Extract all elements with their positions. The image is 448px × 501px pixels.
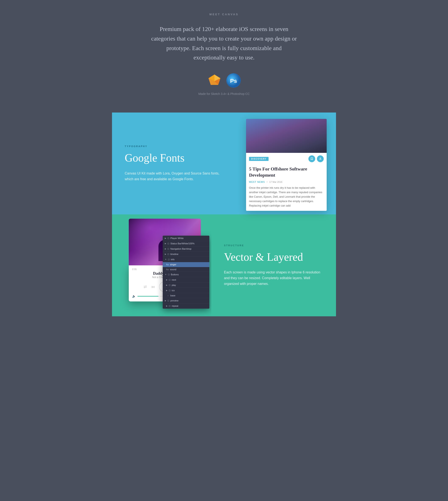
layer-group-icon: □	[169, 278, 170, 281]
layer-arrow-icon: ▶	[165, 253, 166, 255]
layers-panel: ▶ □ Player White ▶ □ Status Bar/White/10…	[163, 236, 209, 309]
layer-arrow-icon: ▶	[165, 248, 166, 250]
layer-arrow-icon: ▶	[165, 300, 166, 302]
structure-section: 2:31 Daddy Yankee Not a Crime (No es I..…	[112, 214, 336, 316]
card-icons	[308, 155, 324, 162]
structure-heading: Vector & Layered	[224, 251, 323, 263]
progress-bar-fill	[137, 296, 159, 297]
layer-label: play	[172, 284, 176, 286]
layer-arrow-icon: ▶	[165, 242, 166, 245]
prev-icon[interactable]: ⏮	[151, 285, 155, 289]
typography-right: DISCOVERY 5 Tips For Offshore Soft	[237, 113, 336, 214]
photoshop-logo-icon: Ps	[226, 73, 241, 88]
card-title: 5 Tips For Offshore Software Development	[249, 166, 324, 178]
layer-group-icon: □	[168, 273, 170, 276]
card-meta: WEST NEWS 17 Mar 2016	[249, 181, 324, 183]
card-dot	[267, 182, 268, 182]
card-date: 17 Mar 2016	[269, 181, 282, 183]
layer-label: next	[172, 279, 176, 281]
layer-item-info[interactable]: ▼ □ info	[163, 257, 209, 262]
layer-label: sound	[170, 268, 176, 271]
layer-label: base	[170, 294, 176, 297]
text-type-icon: Aa	[166, 264, 169, 266]
layer-item-preview[interactable]: ▶ □ preview	[163, 298, 209, 303]
card-content: 5 Tips For Offshore Software Development…	[246, 165, 327, 211]
text-type-icon: Aa	[166, 268, 169, 271]
layer-label: preview	[170, 299, 178, 302]
layer-group-icon: □	[168, 299, 169, 302]
discovery-badge: DISCOVERY	[249, 157, 269, 161]
layer-item-navbar[interactable]: ▶ □ Navigation Bar/shop	[163, 246, 209, 251]
layer-item-next[interactable]: ▶ □ next	[163, 277, 209, 283]
card-excerpt: Once the printer ink runs dry it has to …	[249, 186, 324, 208]
bookmark-button[interactable]	[308, 155, 315, 162]
layer-item-sound[interactable]: Aa sound	[163, 267, 209, 272]
layer-label: Buttons	[171, 273, 179, 276]
layer-arrow-icon: ▶	[166, 279, 168, 281]
sketch-logo-icon	[207, 73, 222, 88]
layer-item-buttons[interactable]: ▼ □ Buttons	[163, 272, 209, 277]
layer-label: ico	[172, 289, 175, 292]
player-container: 2:31 Daddy Yankee Not a Crime (No es I..…	[129, 219, 201, 301]
layer-label: Navigation Bar/shop	[170, 248, 191, 250]
layer-arrow-icon: ▶	[165, 237, 166, 239]
layer-group-icon: □	[168, 247, 169, 250]
typography-section: TYPOGRAPHY Google Fonts Canvas UI Kit ma…	[112, 113, 336, 214]
hero-description: Premium pack of 120+ elaborate iOS scree…	[150, 24, 298, 62]
layer-label: info	[171, 258, 175, 261]
layer-item-play[interactable]: ▶ □ play	[163, 283, 209, 288]
layer-label: Status Bar/White/100%	[170, 242, 194, 245]
layer-arrow-icon: ▶	[166, 305, 168, 307]
svg-text:Ps: Ps	[230, 78, 237, 84]
structure-eyebrow: STRUCTURE	[224, 244, 323, 247]
structure-right: STRUCTURE Vector & Layered Each screen i…	[211, 214, 336, 316]
logos-row: Ps	[120, 73, 328, 88]
hero-eyebrow: MEET CANVAS	[120, 13, 328, 16]
layer-group-icon: □	[168, 253, 169, 256]
made-for-text: Made for Sketch 3.4+ & Photoshop CC	[120, 92, 328, 96]
card-badge-row: DISCOVERY	[246, 153, 327, 165]
typography-body: Canvas UI Kit made with Lora, Oxygen and…	[125, 170, 224, 182]
typography-eyebrow: TYPOGRAPHY	[125, 145, 224, 148]
card-image-overlay	[246, 119, 327, 153]
layer-item-base[interactable]: ○ base	[163, 293, 209, 298]
volume-icon: 🔈	[132, 294, 136, 298]
layer-item-statusbar[interactable]: ▶ □ Status Bar/White/100%	[163, 241, 209, 246]
structure-left: 2:31 Daddy Yankee Not a Crime (No es I..…	[112, 214, 211, 316]
layer-group-icon: □	[168, 258, 170, 261]
share-button[interactable]	[317, 155, 324, 162]
article-card: DISCOVERY 5 Tips For Offshore Soft	[246, 119, 327, 211]
layer-item-singer[interactable]: Aa singer	[163, 262, 209, 267]
oval-icon: ○	[167, 294, 169, 297]
layer-label: repeat	[172, 305, 178, 307]
layer-group-icon: □	[169, 289, 170, 292]
layer-item-timeline[interactable]: ▶ □ timeline	[163, 251, 209, 257]
layer-label: timeline	[170, 253, 178, 255]
hero-section: MEET CANVAS Premium pack of 120+ elabora…	[112, 0, 336, 113]
layer-label: Player White	[170, 237, 183, 239]
layer-arrow-icon: ▼	[165, 258, 167, 261]
layer-label: singer	[170, 263, 176, 266]
layer-item-player-white[interactable]: ▶ □ Player White	[163, 236, 209, 241]
layer-group-icon: □	[168, 237, 169, 240]
layer-group-icon: □	[169, 304, 170, 307]
layer-arrow-icon: ▶	[166, 289, 168, 291]
layer-arrow-icon: ▶	[166, 284, 168, 286]
shuffle-icon[interactable]: ⇄	[144, 284, 147, 289]
layer-item-repeat[interactable]: ▶ □ repeat	[163, 303, 209, 309]
layer-arrow-icon: ▼	[165, 273, 167, 276]
card-source: WEST NEWS	[249, 181, 265, 183]
structure-body: Each screen is made using vector shapes …	[224, 269, 323, 287]
typography-heading: Google Fonts	[125, 152, 224, 164]
layer-group-icon: □	[169, 284, 170, 287]
layer-group-icon: □	[168, 242, 169, 245]
card-image	[246, 119, 327, 153]
typography-left: TYPOGRAPHY Google Fonts Canvas UI Kit ma…	[112, 113, 237, 214]
layer-item-ico[interactable]: ▶ □ ico	[163, 288, 209, 293]
